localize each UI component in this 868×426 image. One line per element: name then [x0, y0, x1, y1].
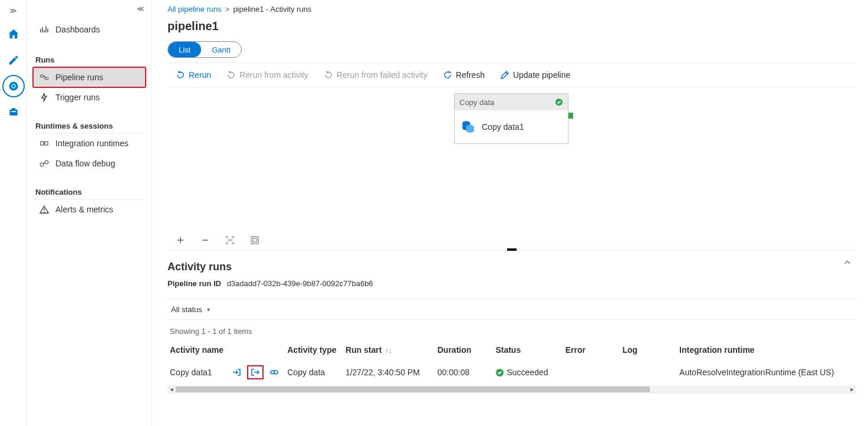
input-icon[interactable] — [232, 368, 241, 377]
trigger-runs-item[interactable]: Trigger runs — [33, 87, 146, 107]
hdr-start[interactable]: Run start↑↓ — [346, 345, 438, 355]
cell-type: Copy data — [287, 368, 346, 377]
rerun-activity-icon — [226, 70, 236, 80]
side-panel: ≪ Dashboards Runs Pipeline runs Trigger … — [27, 0, 152, 426]
zoom-fit-icon[interactable]: 100 — [225, 235, 235, 245]
activity-node[interactable]: Copy data Copy data1 — [454, 93, 568, 144]
success-connector — [568, 113, 573, 119]
chevron-down-icon: ▾ — [207, 306, 210, 313]
dashboards-icon — [38, 25, 51, 34]
cell-start: 1/27/22, 3:40:50 PM — [346, 368, 438, 377]
collapse-section-button[interactable] — [843, 258, 851, 267]
status-filter-label: All status — [171, 305, 202, 314]
runs-section-title: Runs — [33, 52, 146, 67]
alerts-metrics-item[interactable]: Alerts & metrics — [33, 199, 146, 219]
svg-rect-8 — [41, 142, 44, 145]
rerun-activity-button: Rerun from activity — [226, 70, 308, 80]
main-region: All pipeline runs > pipeline1 - Activity… — [152, 0, 868, 426]
dashboards-item[interactable]: Dashboards — [33, 18, 146, 41]
svg-text:100: 100 — [228, 238, 233, 242]
node-name: Copy data1 — [482, 122, 524, 132]
update-pipeline-button[interactable]: Update pipeline — [500, 70, 570, 80]
activity-runs-section: Activity runs Pipeline run ID d3adadd7-0… — [167, 250, 856, 394]
refresh-button[interactable]: Refresh — [443, 70, 485, 80]
svg-rect-9 — [45, 142, 48, 145]
hdr-name[interactable]: Activity name — [170, 345, 287, 355]
scrollbar-thumb[interactable] — [176, 386, 650, 392]
node-body: Copy data1 — [455, 110, 568, 143]
breadcrumb-root[interactable]: All pipeline runs — [167, 5, 222, 14]
pipeline-canvas[interactable]: Copy data Copy data1 100 — [167, 87, 856, 250]
hdr-status[interactable]: Status — [495, 345, 565, 355]
node-header: Copy data — [455, 94, 568, 110]
activity-table: Activity name Activity type Run start↑↓ … — [167, 345, 856, 379]
zoom-out-icon[interactable] — [200, 235, 210, 245]
integration-runtimes-item[interactable]: Integration runtimes — [33, 133, 146, 153]
canvas-toolbar: 100 — [176, 235, 259, 245]
details-icon[interactable] — [269, 368, 279, 377]
svg-point-19 — [274, 371, 278, 374]
hdr-log[interactable]: Log — [622, 345, 679, 355]
run-id-value: d3adadd7-032b-439e-9b87-0092c77ba6b6 — [227, 279, 373, 288]
table-row[interactable]: Copy data1 Copy data 1/27/22, 3:40:50 PM… — [167, 365, 856, 379]
rerun-failed-button: Rerun from failed activity — [324, 70, 428, 80]
horizontal-scrollbar[interactable]: ◄ ► — [167, 385, 856, 394]
runtimes-section-title: Runtimes & sessions — [33, 118, 146, 133]
breadcrumb-current: pipeline1 - Activity runs — [233, 5, 311, 14]
manage-icon[interactable] — [2, 101, 25, 123]
database-icon — [461, 119, 476, 135]
trigger-runs-label: Trigger runs — [55, 93, 100, 102]
edit-icon — [500, 70, 509, 80]
svg-rect-16 — [251, 237, 258, 244]
trigger-runs-icon — [38, 93, 51, 102]
toolbar: Rerun Rerun from activity Rerun from fai… — [167, 63, 856, 87]
scroll-right-icon[interactable]: ► — [848, 385, 856, 394]
breadcrumb: All pipeline runs > pipeline1 - Activity… — [167, 5, 856, 14]
icon-rail: ≫ — [0, 0, 27, 426]
rerun-button[interactable]: Rerun — [176, 70, 211, 80]
alerts-icon — [38, 205, 51, 214]
monitor-icon[interactable] — [2, 75, 25, 97]
pipeline-runs-label: Pipeline runs — [55, 73, 103, 82]
rerun-icon — [176, 70, 185, 80]
collapse-panel-button[interactable]: ≪ — [137, 5, 144, 13]
showing-text: Showing 1 - 1 of 1 items — [170, 327, 856, 336]
view-gantt[interactable]: Gantt — [201, 42, 241, 57]
output-icon[interactable] — [247, 365, 264, 379]
hdr-error[interactable]: Error — [565, 345, 623, 355]
run-id-label: Pipeline run ID — [167, 279, 221, 288]
pipeline-runs-item[interactable]: Pipeline runs — [33, 67, 146, 87]
sort-icon: ↑↓ — [385, 347, 392, 354]
table-header: Activity name Activity type Run start↑↓ … — [167, 345, 856, 355]
cell-duration: 00:00:08 — [438, 368, 496, 377]
cell-status: Succeeded — [495, 368, 565, 377]
success-icon — [495, 368, 504, 377]
dataflow-debug-icon — [38, 159, 51, 168]
node-type: Copy data — [459, 98, 494, 107]
view-list[interactable]: List — [168, 42, 201, 57]
status-filter[interactable]: All status ▾ — [167, 299, 856, 320]
author-icon[interactable] — [2, 49, 25, 71]
alerts-metrics-label: Alerts & metrics — [55, 205, 113, 214]
svg-rect-4 — [11, 108, 15, 110]
hdr-ir[interactable]: Integration runtime — [679, 345, 854, 355]
hdr-duration[interactable]: Duration — [438, 345, 496, 355]
view-toggle: List Gantt — [167, 41, 242, 58]
cell-name: Copy data1 — [170, 365, 287, 379]
dataflow-debug-item[interactable]: Data flow debug — [33, 153, 146, 173]
integration-runtimes-icon — [38, 139, 51, 148]
pipeline-run-id: Pipeline run ID d3adadd7-032b-439e-9b87-… — [167, 279, 856, 288]
svg-rect-7 — [45, 77, 48, 80]
home-icon[interactable] — [2, 23, 25, 45]
hdr-type[interactable]: Activity type — [287, 345, 346, 355]
svg-rect-6 — [40, 75, 44, 77]
breadcrumb-sep: > — [225, 5, 230, 14]
zoom-in-icon[interactable] — [176, 235, 185, 245]
scroll-left-icon[interactable]: ◄ — [167, 385, 176, 394]
dataflow-debug-label: Data flow debug — [55, 159, 115, 168]
pipeline-runs-icon — [38, 73, 51, 82]
fullscreen-icon[interactable] — [250, 235, 259, 245]
page-title: pipeline1 — [167, 19, 856, 33]
expand-rail-button[interactable]: ≫ — [5, 4, 22, 18]
dashboards-label: Dashboards — [55, 25, 100, 34]
